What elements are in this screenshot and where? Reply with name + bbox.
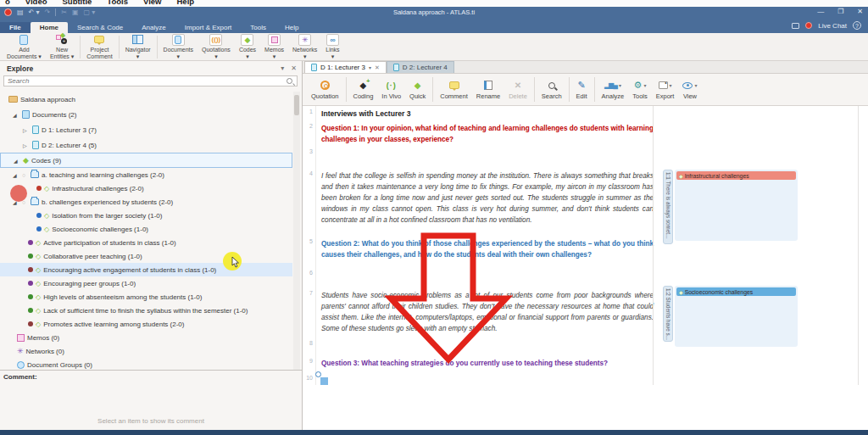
button-label-2: Documents ▾ [7,53,42,60]
live-chat-icon[interactable] [805,22,812,29]
video-player-menubar[interactable]: oVideoSubtitleToolsViewHelp [0,0,868,7]
document-tab[interactable]: D 1: Lecturer 3▾✕ [304,61,387,73]
ribbon-tab-analyze[interactable]: Analyze [132,22,175,33]
line-number: 1 [309,109,313,114]
document-tab[interactable]: D 2: Lecturer 4 [387,61,454,73]
add-documents-button[interactable]: AddDocuments ▾ [3,33,46,61]
tree-item[interactable]: ◇Encouraging active engagement of studen… [0,263,292,276]
links-button[interactable]: ∞Links ▾ [321,33,343,61]
coding-button[interactable]: ◆Coding [349,79,378,100]
collapse-icon[interactable]: ◢ [14,158,20,164]
tree-item[interactable]: ◇Promotes active learning among students… [0,317,292,331]
quotation-button[interactable]: Quotation [307,79,343,100]
add-documents-icon [19,34,28,46]
button-label: Memos [264,47,284,53]
collapse-icon[interactable]: ◢ [13,172,19,178]
tree-item[interactable]: ◇Lack of sufficient time to finish the s… [0,304,292,317]
selection-bar [320,377,328,385]
collapse-icon[interactable]: ◢ [13,112,19,118]
tree-scrollbar[interactable] [293,92,300,370]
ribbon-tab-import-export[interactable]: Import & Export [175,22,242,33]
player-menu-item[interactable]: View [143,0,161,6]
tree-item[interactable]: ◢○a. teaching and learning challenges (2… [0,168,292,181]
feedback-icon[interactable] [792,23,799,29]
tree-item[interactable]: ◢◆Codes (9) [0,153,292,168]
button-label-2: ▾ [136,53,140,60]
line-number: 10 [306,375,313,381]
tree-item[interactable]: ◇High levels of absenteeism among the st… [0,290,292,304]
quotation-ref-label: 1:1 There is always somet... [665,170,671,238]
tree-item-label: Infrastructural challenges (2-0) [52,185,144,192]
new-entities-button[interactable]: ◆+NewEntities ▾ [46,33,78,61]
help-icon[interactable]: ? [853,21,861,30]
search-icon[interactable] [287,78,292,84]
player-menu-item[interactable]: Help [176,0,194,6]
player-menu-item[interactable]: Tools [107,0,128,6]
tree-item[interactable]: Saldana approach [0,92,292,107]
minimize-button[interactable]: — [817,8,824,15]
docpage-icon [32,141,39,149]
quick-button[interactable]: ◆Quick [405,79,430,100]
documents-button[interactable]: Documents ▾ [159,33,198,61]
tools-button[interactable]: ⚙▾Tools [628,79,652,100]
line-number: 8 [309,340,313,346]
navigator-button[interactable]: Navigator ▾ [121,33,155,61]
expand-icon[interactable]: ▷ [23,142,30,148]
player-progress-bar[interactable] [0,430,868,435]
codes-button[interactable]: ◆Codes ▾ [235,33,260,61]
expand-icon[interactable]: ▷ [23,127,30,133]
project-comment-button[interactable]: ProjectComment [82,33,116,61]
code-icon: ◇ [44,212,49,220]
delete-icon: ✕ [515,79,521,92]
panel-menu-icon[interactable]: ▾ [281,64,284,72]
tree-item[interactable]: Memos (0) [0,331,292,344]
tree-item-label: Encouraging peer groups (1-0) [43,280,136,287]
search-button[interactable]: Search [537,79,566,100]
selection-handle[interactable] [315,371,321,377]
ribbon-tab-tools[interactable]: Tools [241,22,275,33]
ribbon-tab-help[interactable]: Help [275,22,308,33]
tree-item[interactable]: ▷D 2: Lecturer 4 (5) [0,137,292,153]
tree-item[interactable]: ◢○b. challenges experienced by students … [0,195,292,209]
margin-code-label[interactable]: ◆Infrastructural challenges [676,171,796,180]
edit-button[interactable]: ✎Edit [572,79,592,100]
comment-button[interactable]: Comment [436,79,472,100]
margin-code-label[interactable]: ◆Socioeconomic challenges [676,287,796,296]
view-button[interactable]: ▾View [678,79,701,100]
explore-search [3,75,298,86]
ribbon-tab-search-code[interactable]: Search & Code [68,22,132,33]
memos-button[interactable]: Memos ▾ [260,33,288,61]
live-chat-label[interactable]: Live Chat [818,22,847,30]
quotation-bar[interactable]: 1:1 There is always somet... [663,170,673,244]
rename-button[interactable]: Rename [472,79,504,100]
tab-close-icon[interactable]: ✕ [375,64,380,71]
tree-item[interactable]: ◇Collaborative peer teaching (1-0) [0,249,292,263]
code-color-dot [36,226,42,231]
quotation-bar[interactable]: 1:2 Students have s... [663,286,673,342]
window-title: Saldana approach - ATLAS.ti [0,8,868,16]
code-icon: ◇ [44,226,49,233]
quotations-button[interactable]: (())Quotations ▾ [198,33,235,61]
search-input[interactable] [4,77,287,85]
tree-item[interactable]: ◇Encouraging peer groups (1-0) [0,276,292,290]
maximize-button[interactable]: ❐ [837,8,843,15]
close-button[interactable]: ✕ [857,8,863,15]
tree-item[interactable]: ◇Socioeconomic challenges (1-0) [0,222,292,236]
tree-item[interactable]: ◢Documents (2) [0,107,292,122]
export-button[interactable]: ▾Export [652,79,679,100]
tree-item[interactable]: ◇Isolation from the larger society (1-0) [0,209,292,222]
tree-scrollbar-thumb[interactable] [294,95,299,115]
tree-item[interactable]: ◇Active participation of students in cla… [0,236,292,249]
tree-item[interactable]: ◇Infrastructural challenges (2-0) [0,181,292,195]
invivo-button[interactable]: (·)In Vivo [377,79,405,100]
tree-item-label: Codes (9) [31,157,61,165]
tree-item[interactable]: ✳Networks (0) [0,344,292,358]
panel-close-icon[interactable]: ✕ [291,64,297,72]
tree-item[interactable]: ▷D 1: Lecturer 3 (7) [0,122,292,137]
player-menu-item[interactable]: Video [25,0,47,6]
ribbon-tab-file[interactable]: File [0,22,31,33]
analyze-button[interactable]: ▂▆▄▾Analyze [598,79,629,100]
networks-button[interactable]: ✳Networks ▾ [288,33,321,61]
player-menu-item[interactable]: Subtitle [63,0,92,6]
tab-dropdown-icon[interactable]: ▾ [369,64,371,70]
